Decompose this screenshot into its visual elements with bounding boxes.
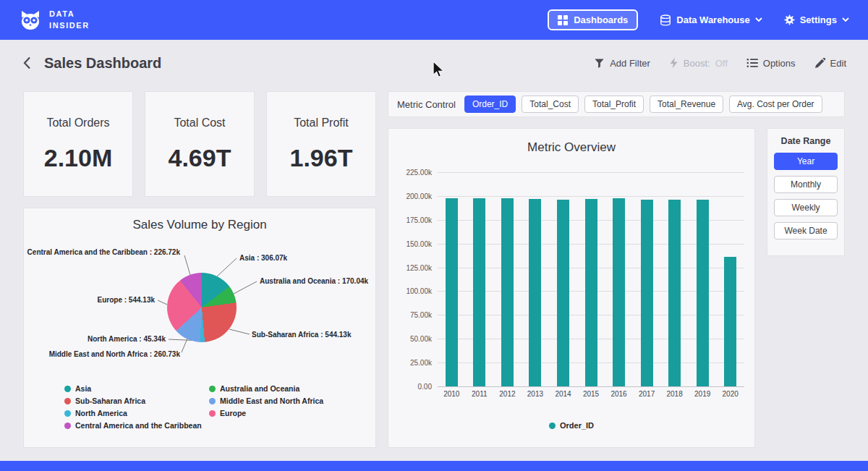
bar-2014[interactable] xyxy=(557,200,569,387)
dashboards-grid-icon xyxy=(558,15,568,25)
x-tick-label: 2013 xyxy=(521,390,550,398)
bar-2017[interactable] xyxy=(641,200,653,387)
pie-slice-label-europe: Europe : 544.13k xyxy=(98,296,155,304)
options-list-icon xyxy=(746,58,758,68)
edit-label: Edit xyxy=(830,58,846,69)
bar-2019[interactable] xyxy=(697,200,709,386)
options-button[interactable]: Options xyxy=(746,58,796,69)
bar-chart-legend[interactable]: Order_ID xyxy=(400,421,743,430)
bar-chart: 0.0025.00k50.00k75.00k100.00k125.00k150.… xyxy=(400,172,743,411)
chevron-down-icon xyxy=(755,17,762,22)
legend-item-north-america[interactable]: North America xyxy=(64,409,209,417)
metric-button-total-revenue[interactable]: Total_Revenue xyxy=(650,96,723,113)
metric-button-order-id[interactable]: Order_ID xyxy=(464,96,516,113)
kpi-value: 1.96T xyxy=(290,144,353,172)
metric-control-bar: Metric Control Order_IDTotal_CostTotal_P… xyxy=(388,91,845,117)
data-warehouse-menu[interactable]: Data Warehouse xyxy=(660,14,762,26)
bar-2010[interactable] xyxy=(446,198,458,386)
bar-2013[interactable] xyxy=(529,199,541,386)
navbar-right: Dashboards Data Warehouse xyxy=(548,9,849,30)
pie-chart-card: Sales Volume by Region Asia : 306.07kAus… xyxy=(23,208,376,448)
data-warehouse-label: Data Warehouse xyxy=(676,14,749,25)
date-range-button-week-date[interactable]: Week Date xyxy=(774,222,838,239)
date-range-label: Date Range xyxy=(774,136,838,146)
legend-item-asia[interactable]: Asia xyxy=(64,384,209,393)
pie-slice-label-middle-east-and-north-africa: Middle East and North Africa : 260.73k xyxy=(49,350,180,358)
pie-legend: AsiaSub-Saharan AfricaNorth AmericaCentr… xyxy=(24,384,375,430)
brand[interactable]: DATA INSIDER xyxy=(19,9,90,31)
x-tick-label: 2012 xyxy=(493,390,522,398)
dashboards-label: Dashboards xyxy=(574,14,628,25)
date-range-button-year[interactable]: Year xyxy=(774,153,838,170)
settings-menu[interactable]: Settings xyxy=(784,14,849,25)
legend-item-sub-saharan-africa[interactable]: Sub-Saharan Africa xyxy=(64,396,209,405)
top-navbar: DATA INSIDER Dashboards xyxy=(0,0,868,40)
kpi-label: Total Cost xyxy=(174,116,225,130)
legend-dot xyxy=(209,386,216,392)
bar-chart-title: Metric Overview xyxy=(400,140,743,155)
metric-button-total-profit[interactable]: Total_Profit xyxy=(584,96,644,113)
x-tick-label: 2010 xyxy=(437,390,466,398)
boost-toggle[interactable]: Boost: Off xyxy=(669,57,728,69)
bottom-bar xyxy=(0,461,868,471)
boost-state: Off xyxy=(715,58,728,69)
right-column: Metric Control Order_IDTotal_CostTotal_P… xyxy=(388,91,845,448)
bar-2020[interactable] xyxy=(724,257,736,386)
brand-line2: INSIDER xyxy=(49,20,90,31)
x-tick-label: 2019 xyxy=(688,390,717,398)
legend-item-australia-and-oceania[interactable]: Australia and Oceania xyxy=(209,384,323,393)
kpi-label: Total Orders xyxy=(46,116,109,130)
left-column: Total Orders 2.10M Total Cost 4.69T Tota… xyxy=(23,91,376,448)
metric-button-avg-cost-per-order[interactable]: Avg. Cost per Order xyxy=(729,96,822,113)
filter-funnel-icon xyxy=(594,58,605,69)
x-tick-label: 2020 xyxy=(716,390,745,398)
boost-label: Boost: xyxy=(684,58,710,69)
pie-slice-label-sub-saharan-africa: Sub-Saharan Africa : 544.13k xyxy=(252,331,351,339)
dashboards-button[interactable]: Dashboards xyxy=(548,9,638,30)
add-filter-button[interactable]: Add Filter xyxy=(594,58,650,69)
metric-button-total-cost[interactable]: Total_Cost xyxy=(522,96,579,113)
kpi-card-total-orders: Total Orders 2.10M xyxy=(23,91,133,197)
bar-2012[interactable] xyxy=(501,198,514,387)
legend-label: North America xyxy=(75,409,127,417)
edit-button[interactable]: Edit xyxy=(814,58,846,69)
chevron-left-icon xyxy=(23,56,31,69)
legend-dot xyxy=(209,398,216,404)
pie-circle[interactable] xyxy=(167,273,237,342)
y-tick-label: 100.00k xyxy=(400,287,432,295)
legend-item-central-america-and-the-caribbean[interactable]: Central America and the Caribbean xyxy=(64,421,209,430)
legend-item-europe[interactable]: Europe xyxy=(209,409,323,417)
y-tick-label: 75.00k xyxy=(400,311,432,319)
bar-2018[interactable] xyxy=(668,200,681,387)
date-range-button-monthly[interactable]: Monthly xyxy=(774,176,838,193)
date-range-button-weekly[interactable]: Weekly xyxy=(774,199,838,216)
gridline xyxy=(438,386,744,387)
legend-item-middle-east-and-north-africa[interactable]: Middle East and North Africa xyxy=(209,396,323,405)
y-tick-label: 125.00k xyxy=(400,264,432,272)
bar-2015[interactable] xyxy=(585,199,597,386)
kpi-value: 4.69T xyxy=(169,144,231,172)
bar-2016[interactable] xyxy=(613,198,625,386)
brand-text: DATA INSIDER xyxy=(49,9,90,31)
y-tick-label: 175.00k xyxy=(400,216,432,224)
kpi-value: 2.10M xyxy=(44,144,113,172)
pie-slice-label-asia: Asia : 306.07k xyxy=(239,254,287,262)
bar-legend-dot xyxy=(549,423,556,429)
kpi-card-total-cost: Total Cost 4.69T xyxy=(145,91,255,197)
metric-control-buttons: Order_IDTotal_CostTotal_ProfitTotal_Reve… xyxy=(464,96,822,113)
legend-dot xyxy=(64,410,71,417)
kpi-row: Total Orders 2.10M Total Cost 4.69T Tota… xyxy=(23,91,376,197)
y-tick-label: 50.00k xyxy=(400,335,432,343)
owl-logo-icon xyxy=(19,9,42,31)
edit-pencil-icon xyxy=(814,58,825,69)
gridline xyxy=(438,196,744,197)
back-button[interactable] xyxy=(22,55,33,71)
pie-chart-title: Sales Volume by Region xyxy=(24,218,375,232)
date-range-card: Date Range YearMonthlyWeeklyWeek Date xyxy=(767,128,845,256)
app-root: DATA INSIDER Dashboards xyxy=(0,0,868,448)
bar-2011[interactable] xyxy=(473,198,485,387)
legend-label: Middle East and North Africa xyxy=(220,396,323,405)
boost-lightning-icon xyxy=(669,57,678,69)
y-tick-label: 25.00k xyxy=(400,359,432,367)
legend-dot xyxy=(64,398,71,404)
